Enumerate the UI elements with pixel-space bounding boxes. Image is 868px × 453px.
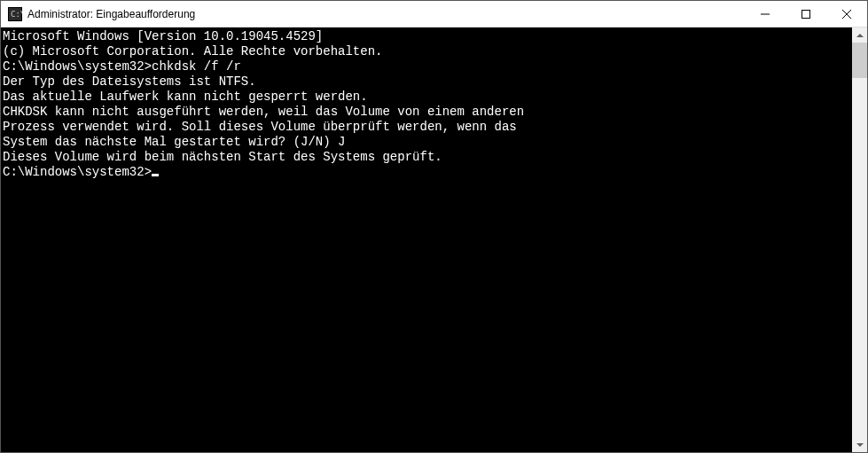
svg-marker-7 <box>856 34 864 37</box>
minimize-button[interactable] <box>745 1 786 27</box>
terminal-line: CHKDSK kann nicht ausgeführt werden, wei… <box>3 105 852 120</box>
terminal-line: Das aktuelle Laufwerk kann nicht gesperr… <box>3 90 852 105</box>
vertical-scrollbar[interactable] <box>852 27 867 452</box>
terminal-area: Microsoft Windows [Version 10.0.19045.45… <box>1 27 867 452</box>
titlebar[interactable]: C:\ Administrator: Eingabeaufforderung <box>1 1 867 27</box>
maximize-button[interactable] <box>786 1 826 27</box>
terminal-line: C:\Windows\system32>chkdsk /f /r <box>3 59 852 74</box>
svg-rect-4 <box>802 10 810 18</box>
command-prompt-window: C:\ Administrator: Eingabeaufforderung M… <box>0 0 868 453</box>
terminal-output[interactable]: Microsoft Windows [Version 10.0.19045.45… <box>1 27 852 452</box>
terminal-line: Der Typ des Dateisystems ist NTFS. <box>3 74 852 90</box>
close-button[interactable] <box>826 1 867 27</box>
scrollbar-track[interactable] <box>852 43 867 437</box>
terminal-prompt-line[interactable]: C:\Windows\system32> <box>3 165 852 180</box>
terminal-line: Prozess verwendet wird. Soll dieses Volu… <box>3 120 852 135</box>
terminal-line: (c) Microsoft Corporation. Alle Rechte v… <box>3 44 852 59</box>
terminal-line: System das nächste Mal gestartet wird? (… <box>3 135 852 150</box>
terminal-line: Dieses Volume wird beim nächsten Start d… <box>3 150 852 165</box>
cmd-icon: C:\ <box>8 7 22 21</box>
window-title: Administrator: Eingabeaufforderung <box>27 8 745 20</box>
terminal-prompt: C:\Windows\system32> <box>3 165 152 179</box>
scroll-up-arrow[interactable] <box>852 27 867 43</box>
svg-text:C:\: C:\ <box>11 10 22 19</box>
scroll-down-arrow[interactable] <box>852 437 867 452</box>
scrollbar-thumb[interactable] <box>852 43 867 78</box>
terminal-cursor <box>152 174 159 176</box>
svg-marker-8 <box>856 443 864 447</box>
terminal-line: Microsoft Windows [Version 10.0.19045.45… <box>3 29 852 44</box>
window-controls <box>745 1 867 27</box>
